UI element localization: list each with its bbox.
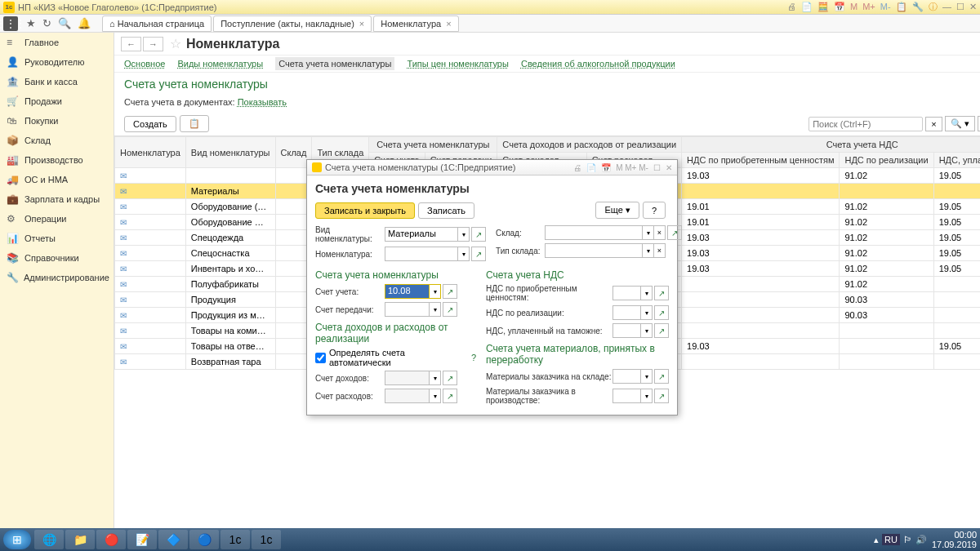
calendar-icon[interactable]: 📅 [834, 2, 845, 11]
tab-nomenclature[interactable]: Номенклатура× [373, 16, 458, 32]
col-nomenclature[interactable]: Номенклатура [115, 137, 186, 168]
close-icon[interactable]: ✕ [969, 2, 977, 11]
tab-close-icon[interactable]: × [446, 19, 451, 29]
col-vat-group[interactable]: Счета учета НДС [682, 137, 980, 153]
dialog-calendar-icon[interactable]: 📅 [601, 163, 611, 172]
dialog-doc-icon[interactable]: 📄 [586, 163, 596, 172]
vat-in-dropdown-icon[interactable]: ▾ [641, 286, 653, 300]
col-income-group[interactable]: Счета доходов и расходов от реализации [497, 137, 682, 153]
search-go-button[interactable]: 🔍 ▾ [945, 116, 975, 131]
search-icon[interactable]: 🔍 [58, 17, 71, 29]
task-1c-2[interactable]: 1c [252, 530, 281, 549]
dialog-more-button[interactable]: Еще ▾ [595, 202, 639, 219]
whtype-clear-icon[interactable]: × [654, 243, 666, 258]
transfer-input[interactable] [385, 302, 430, 317]
dialog-print-icon[interactable]: 🖨 [573, 163, 581, 172]
income-link-icon[interactable]: ↗ [443, 371, 457, 385]
sidebar-item-operations[interactable]: ⚙Операции [0, 209, 114, 229]
mplus-icon[interactable]: M [850, 2, 858, 11]
clock[interactable]: 00:00 17.09.2019 [932, 530, 977, 549]
whtype-input[interactable] [545, 243, 643, 258]
dialog-close-icon[interactable]: ✕ [666, 163, 672, 172]
task-ie[interactable]: 🌐 [34, 530, 64, 549]
mat-prod-link-icon[interactable]: ↗ [654, 389, 669, 403]
search-input[interactable] [808, 117, 923, 131]
lang-indicator[interactable]: RU [882, 534, 900, 545]
income-dropdown-icon[interactable]: ▾ [430, 371, 441, 385]
back-button[interactable]: ← [121, 37, 141, 51]
task-teamviewer[interactable]: 🔷 [158, 530, 188, 549]
expense-dropdown-icon[interactable]: ▾ [430, 389, 441, 403]
calc-icon[interactable]: 🧮 [817, 2, 829, 11]
forward-button[interactable]: → [143, 37, 163, 51]
apps-menu-icon[interactable]: ⋮⋮⋮ [3, 16, 18, 31]
vat-out-dropdown-icon[interactable]: ▾ [641, 305, 653, 320]
mat-wh-link-icon[interactable]: ↗ [654, 369, 669, 384]
sidebar-item-assets[interactable]: 🚚ОС и НМА [0, 170, 114, 189]
doc-icon[interactable]: 📄 [801, 2, 813, 11]
dialog-minimize-icon[interactable]: ☐ [653, 163, 661, 172]
wh-input[interactable] [545, 225, 643, 240]
col-vat-customs[interactable]: НДС, уплаченный на та [933, 153, 980, 168]
type-input[interactable]: Материалы [385, 227, 458, 242]
acc-dropdown-icon[interactable]: ▾ [430, 284, 441, 299]
transfer-dropdown-icon[interactable]: ▾ [430, 302, 441, 317]
vat-customs-input[interactable] [612, 323, 641, 338]
task-opera[interactable]: 🔴 [96, 530, 126, 549]
subtab-types[interactable]: Виды номенклатуры [177, 59, 263, 69]
task-word[interactable]: 📝 [127, 530, 157, 549]
bell-icon[interactable]: 🔔 [78, 17, 91, 29]
tray-sound-icon[interactable]: 🔊 [915, 535, 927, 545]
subtab-prices[interactable]: Типы цен номенклатуры [407, 59, 508, 69]
sidebar-item-bank[interactable]: 🏦Банк и касса [0, 72, 114, 91]
clipboard-icon[interactable]: 📋 [896, 2, 907, 11]
dialog-m-icon[interactable]: M M+ M- [616, 163, 648, 172]
col-type[interactable]: Вид номенклатуры [185, 137, 275, 168]
acc-link-icon[interactable]: ↗ [443, 284, 457, 299]
vat-out-link-icon[interactable]: ↗ [654, 305, 669, 320]
minimize-icon[interactable]: — [942, 2, 951, 11]
nom-dropdown-icon[interactable]: ▾ [458, 247, 470, 261]
vat-in-input[interactable] [612, 286, 641, 300]
transfer-link-icon[interactable]: ↗ [443, 302, 457, 317]
vat-customs-link-icon[interactable]: ↗ [654, 323, 669, 338]
wh-dropdown-icon[interactable]: ▾ [643, 225, 654, 240]
task-skype[interactable]: 🔵 [189, 530, 219, 549]
col-vat-in[interactable]: НДС по приобретенным ценностям [682, 153, 840, 168]
mat-prod-input[interactable] [612, 389, 641, 403]
dialog-help-button[interactable]: ? [643, 202, 666, 219]
sidebar-item-main[interactable]: ≡Главное [0, 33, 114, 52]
tool-icon[interactable]: 🔧 [912, 2, 924, 11]
mat-wh-input[interactable] [612, 369, 641, 384]
type-dropdown-icon[interactable]: ▾ [458, 227, 470, 242]
create-button[interactable]: Создать [124, 116, 176, 132]
mat-wh-dropdown-icon[interactable]: ▾ [641, 369, 653, 384]
vat-in-link-icon[interactable]: ↗ [654, 286, 669, 300]
wh-clear-icon[interactable]: × [654, 225, 666, 240]
tray-flag-icon[interactable]: 🏳 [903, 535, 912, 544]
sidebar-item-manager[interactable]: 👤Руководителю [0, 52, 114, 72]
tab-receipts[interactable]: Поступление (акты, накладные)× [213, 16, 372, 32]
sidebar-item-warehouse[interactable]: 📦Склад [0, 131, 114, 150]
sidebar-item-reports[interactable]: 📊Отчеты [0, 229, 114, 248]
mplus2-icon[interactable]: M+ [862, 2, 875, 11]
tray-up-icon[interactable]: ▴ [874, 535, 879, 545]
nom-input[interactable] [385, 247, 458, 261]
wh-link-icon[interactable]: ↗ [667, 225, 682, 240]
tab-close-icon[interactable]: × [359, 19, 364, 29]
vat-customs-dropdown-icon[interactable]: ▾ [641, 323, 653, 338]
copy-button[interactable]: 📋 [180, 115, 209, 132]
dialog-titlebar[interactable]: Счета учета номенклатуры (1С:Предприятие… [307, 160, 677, 176]
sidebar-item-salary[interactable]: 💼Зарплата и кадры [0, 189, 114, 209]
col-vat-out[interactable]: НДС по реализации [840, 153, 933, 168]
docs-toggle-link[interactable]: Показывать [238, 97, 287, 107]
task-1c-1[interactable]: 1c [220, 530, 250, 549]
acc-input[interactable]: 10.08 [385, 284, 430, 299]
subtab-alcohol[interactable]: Сведения об алкогольной продукции [521, 59, 675, 69]
save-button[interactable]: Записать [418, 202, 474, 219]
type-link-icon[interactable]: ↗ [471, 227, 486, 242]
auto-checkbox[interactable] [315, 353, 326, 363]
history-icon[interactable]: ↻ [42, 17, 51, 29]
expense-link-icon[interactable]: ↗ [443, 389, 457, 403]
maximize-icon[interactable]: ☐ [956, 2, 964, 11]
